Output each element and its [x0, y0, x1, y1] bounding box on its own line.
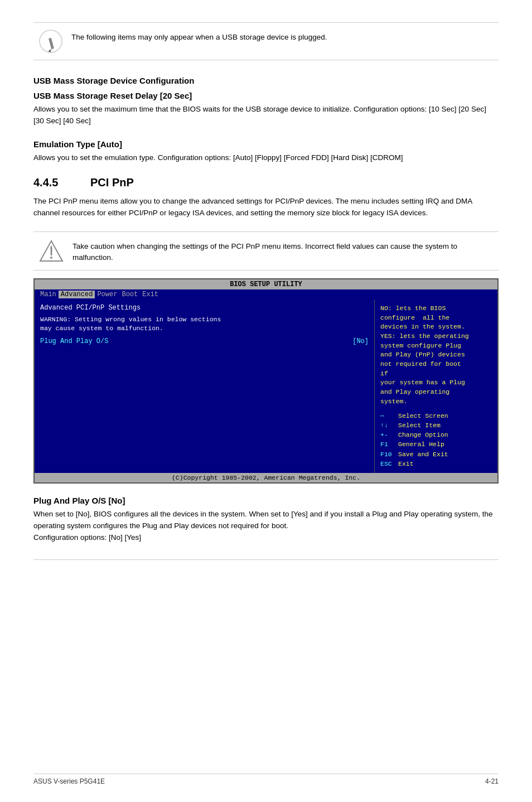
svg-rect-1 — [49, 38, 54, 50]
key-f1: F1 — [380, 439, 396, 449]
bios-right-desc: NO: lets the BIOS configure all the devi… — [380, 304, 492, 406]
emulation-type-title: Emulation Type [Auto] — [33, 139, 499, 149]
caution-box: ! Take caution when changing the setting… — [33, 231, 499, 271]
key-f10: F10 — [380, 450, 396, 459]
chapter-number: 4.4.5 — [33, 176, 72, 189]
bios-content: Advanced PCI/PnP Settings WARNING: Setti… — [35, 299, 497, 473]
bios-footer: (C)Copyright 1985-2002, American Megatre… — [35, 473, 497, 482]
plug-play-body: When set to [No], BIOS configures all th… — [33, 509, 499, 544]
key-ud: ↑↓ — [380, 421, 396, 430]
note-text: The following items may only appear when… — [71, 30, 327, 43]
key-esc: ESC — [380, 459, 396, 468]
bios-left-panel: Advanced PCI/PnP Settings WARNING: Setti… — [35, 299, 375, 473]
bios-nav-exit: Exit — [140, 291, 161, 298]
footer-left: ASUS V-series P5G41E — [33, 777, 105, 785]
key-esc-desc: Exit — [398, 459, 414, 468]
key-ud-desc: Select Item — [398, 421, 441, 430]
key-pm-desc: Change Option — [398, 430, 448, 439]
bios-plug-item: Plug And Play O/S [No] — [40, 337, 369, 345]
chapter-heading: 4.4.5 PCI PnP — [33, 176, 499, 189]
bios-warning: WARNING: Setting wrong values in below s… — [40, 315, 369, 333]
caution-icon: ! — [39, 239, 64, 263]
key-f1-desc: General Help — [398, 439, 444, 449]
page-divider — [33, 559, 499, 560]
bios-nav-bar: Main Advanced Power Boot Exit — [35, 289, 497, 299]
caution-text: Take caution when changing the settings … — [72, 239, 493, 264]
key-pm: +- — [380, 430, 396, 439]
chapter-title: PCI PnP — [90, 176, 134, 189]
bios-nav-power: Power — [95, 291, 119, 298]
usb-main-title: USB Mass Storage Device Configuration — [33, 76, 499, 85]
key-lr: ↔ — [380, 411, 396, 421]
usb-reset-delay-title: USB Mass Storage Reset Delay [20 Sec] — [33, 91, 499, 100]
bios-nav-main: Main — [38, 291, 59, 298]
bios-left-title: Advanced PCI/PnP Settings — [40, 304, 369, 312]
bios-nav-boot: Boot — [119, 291, 140, 298]
bios-title-bar: BIOS SETUP UTILITY — [35, 279, 497, 289]
bios-item-value: [No] — [352, 337, 369, 345]
note-icon — [39, 30, 62, 53]
note-box: The following items may only appear when… — [33, 22, 499, 60]
bios-nav-advanced: Advanced — [59, 291, 95, 298]
emulation-type-body: Allows you to set the emulation type. Co… — [33, 152, 499, 164]
footer-right: 4-21 — [485, 777, 499, 785]
key-lr-desc: Select Screen — [398, 411, 448, 421]
chapter-body: The PCI PnP menu items allow you to chan… — [33, 196, 499, 219]
plug-play-title: Plug And Play O/S [No] — [33, 496, 499, 505]
usb-reset-delay-body: Allows you to set the maximum time that … — [33, 104, 499, 127]
bios-item-label: Plug And Play O/S — [40, 337, 108, 345]
page-footer: ASUS V-series P5G41E 4-21 — [33, 774, 499, 785]
bios-right-panel: NO: lets the BIOS configure all the devi… — [375, 299, 497, 473]
key-f10-desc: Save and Exit — [398, 450, 448, 459]
bios-screen: BIOS SETUP UTILITY Main Advanced Power B… — [33, 278, 499, 484]
bios-keys: ↔ Select Screen ↑↓ Select Item +- Change… — [380, 411, 492, 469]
svg-text:!: ! — [50, 245, 54, 258]
